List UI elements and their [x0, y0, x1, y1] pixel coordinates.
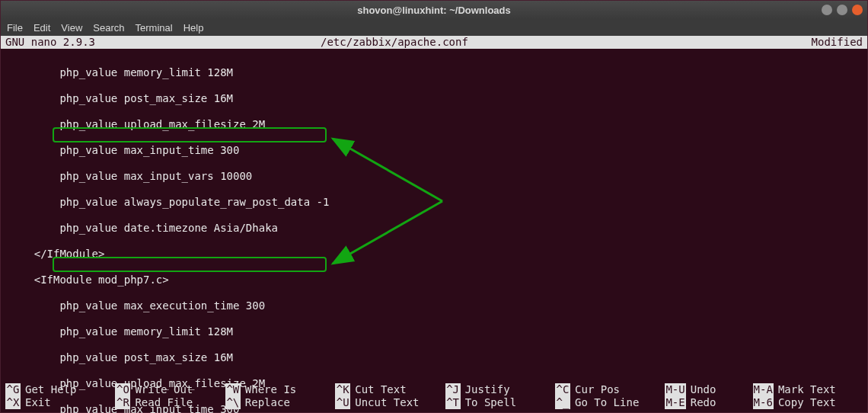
- shortcut-go-to-line: ^_Go To Line: [555, 396, 665, 409]
- shortcut-justify: ^JJustify: [445, 383, 555, 396]
- shortcut-write-out: ^OWrite Out: [115, 383, 225, 396]
- shortcut-undo: M-UUndo: [665, 383, 752, 396]
- shortcut-uncut-text: ^UUncut Text: [335, 396, 445, 409]
- shortcut-cur-pos: ^CCur Pos: [555, 383, 665, 396]
- editor-line: php_value post_max_size 16M: [8, 92, 860, 105]
- editor-line: </IfModule>: [8, 248, 860, 261]
- terminal-area[interactable]: GNU nano 2.9.3 /etc/zabbix/apache.conf M…: [1, 36, 867, 412]
- editor-line: php_value upload_max_filesize 2M: [8, 118, 860, 131]
- nano-shortcut-footer: ^GGet Help ^OWrite Out ^WWhere Is ^KCut …: [1, 383, 867, 409]
- maximize-button[interactable]: [837, 5, 847, 15]
- menu-terminal[interactable]: Terminal: [136, 22, 173, 34]
- shortcut-row-2: ^XExit ^RRead File ^\Replace ^UUncut Tex…: [5, 396, 863, 409]
- editor-line: php_value max_input_vars 10000: [8, 170, 860, 183]
- window-titlebar: shovon@linuxhint: ~/Downloads: [1, 1, 867, 19]
- editor-line: php_value max_input_time 300: [8, 144, 860, 157]
- terminal-window: shovon@linuxhint: ~/Downloads File Edit …: [0, 0, 868, 413]
- shortcut-exit: ^XExit: [5, 396, 115, 409]
- editor-line: php_value always_populate_raw_post_data …: [8, 196, 860, 209]
- editor-line: <IfModule mod_php7.c>: [8, 274, 860, 287]
- minimize-button[interactable]: [822, 5, 832, 15]
- nano-version: GNU nano 2.9.3: [1, 36, 321, 49]
- shortcut-read-file: ^RRead File: [115, 396, 225, 409]
- editor-line: php_value memory_limit 128M: [8, 325, 860, 338]
- shortcut-row-1: ^GGet Help ^OWrite Out ^WWhere Is ^KCut …: [5, 383, 863, 396]
- shortcut-copy-text: M-6Copy Text: [753, 396, 863, 409]
- shortcut-to-spell: ^TTo Spell: [445, 396, 555, 409]
- editor-line: php_value memory_limit 128M: [8, 66, 860, 79]
- menu-help[interactable]: Help: [183, 22, 204, 34]
- nano-filepath: /etc/zabbix/apache.conf: [321, 36, 812, 49]
- nano-status-bar: GNU nano 2.9.3 /etc/zabbix/apache.conf M…: [1, 36, 867, 49]
- shortcut-get-help: ^GGet Help: [5, 383, 115, 396]
- nano-modified-status: Modified: [812, 36, 867, 49]
- menu-search[interactable]: Search: [93, 22, 124, 34]
- shortcut-where-is: ^WWhere Is: [225, 383, 335, 396]
- menu-file[interactable]: File: [7, 22, 23, 34]
- close-button[interactable]: [852, 5, 863, 15]
- editor-line: php_value post_max_size 16M: [8, 351, 860, 364]
- shortcut-redo: M-ERedo: [665, 396, 752, 409]
- shortcut-mark-text: M-AMark Text: [753, 383, 863, 396]
- window-title: shovon@linuxhint: ~/Downloads: [357, 5, 511, 16]
- shortcut-replace: ^\Replace: [225, 396, 335, 409]
- menu-view[interactable]: View: [61, 22, 82, 34]
- menubar: File Edit View Search Terminal Help: [1, 19, 867, 36]
- shortcut-cut-text: ^KCut Text: [335, 383, 445, 396]
- window-controls: [822, 5, 863, 15]
- editor-line: php_value max_execution_time 300: [8, 299, 860, 312]
- editor-content[interactable]: php_value memory_limit 128M php_value po…: [1, 49, 867, 413]
- menu-edit[interactable]: Edit: [34, 22, 50, 34]
- editor-line-highlighted: php_value date.timezone Asia/Dhaka: [8, 222, 860, 235]
